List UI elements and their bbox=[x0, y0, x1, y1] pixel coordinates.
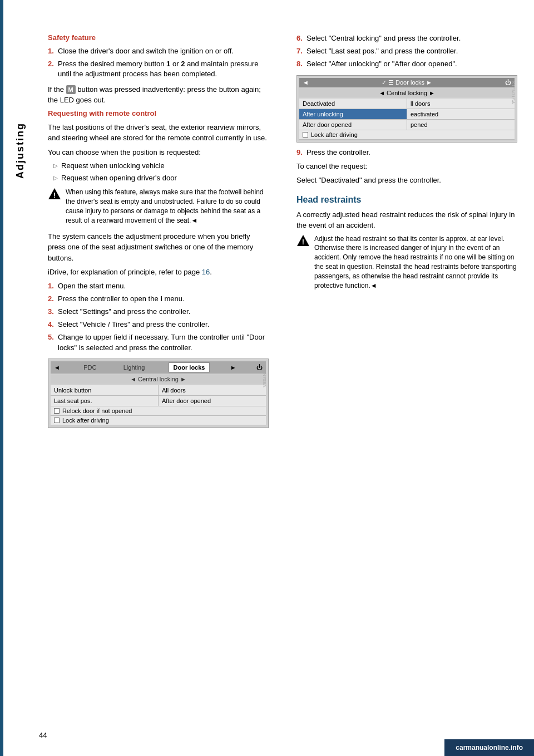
step-text-2: Press the desired memory button 1 or 2 a… bbox=[58, 59, 269, 79]
requesting-steps-list: 1. Open the start menu. 2. Press the con… bbox=[48, 281, 269, 353]
screen1-row1-right: All doors bbox=[159, 385, 266, 395]
screen2-row1-right: ll doors bbox=[407, 99, 515, 109]
screen1-tab-pdc: PDC bbox=[80, 363, 100, 372]
sidebar-label: Adjusting bbox=[14, 122, 26, 179]
req-step-text-3: Select "Settings" and press the controll… bbox=[58, 307, 269, 317]
screen2-row-1: Deactivated ll doors bbox=[299, 99, 515, 109]
right-column: 6. Select "Central locking" and press th… bbox=[285, 33, 534, 734]
screen1-tab-doorlocks: Door locks bbox=[169, 362, 210, 372]
head-restraints-warning: ! Adjust the head restraint so that its … bbox=[296, 234, 517, 291]
right-step-num-8: 8. bbox=[296, 59, 306, 69]
req-step-num-1: 1. bbox=[48, 281, 58, 291]
sidebar: Adjusting bbox=[3, 0, 37, 756]
head-restraints-warning-icon: ! bbox=[296, 234, 310, 247]
screen1-row-2: Last seat pos. After door opened bbox=[51, 396, 266, 406]
page-link: 16 bbox=[202, 268, 210, 276]
left-column: Safety feature 1. Close the driver's doo… bbox=[37, 33, 285, 734]
screen2-row3-left: After door opened bbox=[299, 120, 407, 130]
screen1-nav-left: ◄ bbox=[54, 364, 60, 371]
screen1-row1-left: Unlock button bbox=[51, 385, 159, 395]
right-step-8: 8. Select "After unlocking" or "After do… bbox=[296, 59, 517, 69]
requesting-warning-text: When using this feature, always make sur… bbox=[66, 188, 269, 225]
step9-list: 9. Press the controller. bbox=[296, 148, 517, 156]
screen2-image: ◄ ✓ ☰ Door locks ► ⏻ ◄ Central locking ►… bbox=[296, 75, 517, 143]
right-step-text-8: Select "After unlocking" or "After door … bbox=[306, 59, 517, 69]
requesting-warning: ! When using this feature, always make s… bbox=[48, 188, 269, 225]
req-step-4: 4. Select "Vehicle / Tires" and press th… bbox=[48, 320, 269, 330]
screen2-row2-right: eactivated bbox=[407, 109, 515, 119]
step9-container: 9. Press the controller. bbox=[296, 148, 517, 156]
step-num-2: 2. bbox=[48, 59, 58, 79]
footer-site: carmanualonline.info bbox=[456, 744, 523, 752]
idrive-ref: iDrive, for explanation of principle, re… bbox=[48, 267, 269, 278]
req-step-num-2: 2. bbox=[48, 294, 58, 304]
screen2-subtitle: ◄ Central locking ► bbox=[299, 89, 515, 97]
system-cancels-para: The system cancels the adjustment proced… bbox=[48, 231, 269, 264]
bullet-text-1: Request when unlocking vehicle bbox=[61, 161, 165, 171]
right-step-text-6: Select "Central locking" and press the c… bbox=[306, 33, 517, 43]
screen2-checkbox-icon-1 bbox=[303, 132, 308, 138]
right-steps-list: 6. Select "Central locking" and press th… bbox=[296, 33, 517, 70]
step9-text: Press the controller. bbox=[306, 148, 517, 156]
step-text-1: Close the driver's door and switch the i… bbox=[58, 46, 269, 56]
head-restraints-heading: Head restraints bbox=[296, 195, 517, 205]
right-step-text-7: Select "Last seat pos." and press the co… bbox=[306, 46, 517, 56]
safety-feature-heading: Safety feature bbox=[48, 33, 269, 42]
right-step-num-6: 6. bbox=[296, 33, 306, 43]
content-area: Safety feature 1. Close the driver's doo… bbox=[37, 0, 534, 756]
step9-num: 9. bbox=[296, 148, 306, 156]
safety-steps-list: 1. Close the driver's door and switch th… bbox=[48, 46, 269, 80]
screen1-checkbox-icon-1 bbox=[54, 408, 60, 414]
screen1-watermark: K1EN70SA bbox=[262, 365, 267, 387]
right-step-num-7: 7. bbox=[296, 46, 306, 56]
screen2-row-3: After door opened pened bbox=[299, 120, 515, 130]
screen1-checkbox-label-1: Relock door if not opened bbox=[62, 408, 132, 414]
screen2-rows: Deactivated ll doors After unlocking eac… bbox=[299, 99, 515, 140]
warning-triangle-icon: ! bbox=[48, 188, 61, 200]
right-step-7: 7. Select "Last seat pos." and press the… bbox=[296, 46, 517, 56]
requesting-para1: The last positions of the driver's seat,… bbox=[48, 122, 269, 144]
screen1-tab-lighting: Lighting bbox=[120, 363, 149, 372]
carmanuals-footer: carmanualonline.info bbox=[444, 739, 534, 756]
screen2-label: ✓ ☰ Door locks ► bbox=[382, 79, 432, 86]
m-button-icon: M bbox=[66, 85, 76, 95]
req-step-text-5: Change to upper field if necessary. Turn… bbox=[58, 332, 269, 352]
screen2-checkbox-label-1: Lock after driving bbox=[311, 131, 358, 138]
req-step-num-5: 5. bbox=[48, 332, 58, 352]
requesting-bullets: ▷ Request when unlocking vehicle ▷ Reque… bbox=[48, 161, 269, 183]
screen1-rows: Unlock button All doors Last seat pos. A… bbox=[51, 385, 266, 425]
screen1-image: ◄ PDC Lighting Door locks ► ⏻ ◄ Central … bbox=[48, 359, 269, 428]
screen2-nav-left: ◄ bbox=[303, 79, 309, 86]
bullet-arrow-1: ▷ bbox=[53, 162, 58, 170]
bullet-text-2: Request when opening driver's door bbox=[61, 173, 177, 183]
step9-item: 9. Press the controller. bbox=[296, 148, 517, 156]
screen2-row-2: After unlocking eactivated bbox=[299, 109, 515, 120]
svg-text:!: ! bbox=[302, 238, 304, 246]
screen1-checkbox-label-2: Lock after driving bbox=[62, 417, 109, 424]
right-step-6: 6. Select "Central locking" and press th… bbox=[296, 33, 517, 43]
screen2-row1-left: Deactivated bbox=[299, 99, 407, 109]
req-step-text-1: Open the start menu. bbox=[58, 281, 269, 291]
req-step-1: 1. Open the start menu. bbox=[48, 281, 269, 291]
req-step-5: 5. Change to upper field if necessary. T… bbox=[48, 332, 269, 352]
screen1-checkbox-1: Relock door if not opened bbox=[51, 406, 266, 416]
bullet-item-1: ▷ Request when unlocking vehicle bbox=[53, 161, 269, 171]
screen1-row2-left: Last seat pos. bbox=[51, 396, 159, 406]
screen1-row2-right: After door opened bbox=[159, 396, 266, 406]
m-button-note: If the M button was pressed inadvertentl… bbox=[48, 84, 269, 106]
safety-step-1: 1. Close the driver's door and switch th… bbox=[48, 46, 269, 56]
req-step-num-3: 3. bbox=[48, 307, 58, 317]
screen2-row2-left: After unlocking bbox=[299, 109, 407, 119]
screen2-row3-right: pened bbox=[407, 120, 515, 130]
screen1-row-1: Unlock button All doors bbox=[51, 385, 266, 396]
bullet-item-2: ▷ Request when opening driver's door bbox=[53, 173, 269, 183]
svg-text:!: ! bbox=[53, 191, 56, 199]
screen2-top-bar: ◄ ✓ ☰ Door locks ► ⏻ bbox=[299, 78, 515, 87]
head-restraints-warning-text: Adjust the head restraint so that its ce… bbox=[314, 234, 517, 291]
idrive-ref-text: iDrive, for explanation of principle, re… bbox=[48, 268, 200, 276]
screen2-checkbox-1: Lock after driving bbox=[299, 130, 515, 140]
page-number: 44 bbox=[39, 731, 47, 739]
req-step-text-2: Press the controller to open the i menu. bbox=[58, 294, 269, 304]
req-step-3: 3. Select "Settings" and press the contr… bbox=[48, 307, 269, 317]
bullet-arrow-2: ▷ bbox=[53, 174, 58, 182]
